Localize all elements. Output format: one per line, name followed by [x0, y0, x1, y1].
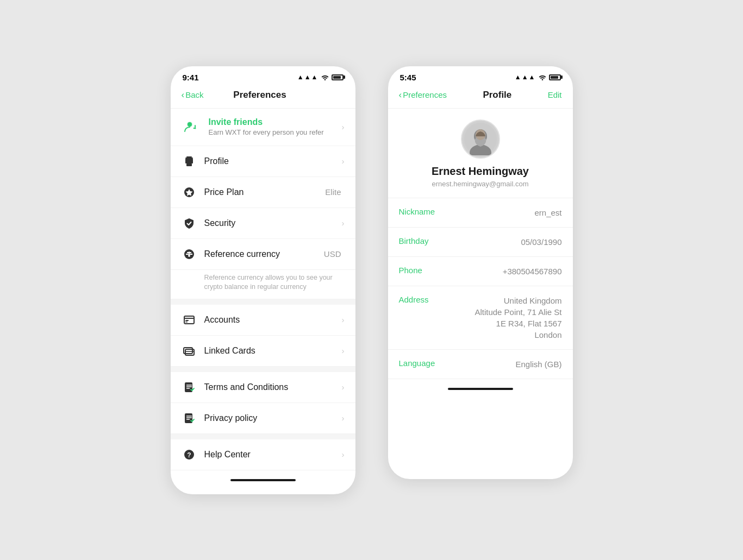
terms-label: Terms and Conditions — [204, 382, 342, 392]
section-gap-3 — [171, 434, 355, 439]
price-plan-label: Price Plan — [204, 187, 326, 197]
menu-item-price-plan[interactable]: Price Plan Elite — [171, 177, 355, 208]
security-label: Security — [204, 218, 342, 228]
svg-rect-10 — [186, 163, 192, 166]
linked-cards-chevron: › — [342, 346, 345, 355]
price-plan-value: Elite — [325, 187, 341, 197]
avatar-wrap — [388, 109, 573, 165]
wifi-icon-1 — [321, 74, 329, 80]
profile-page-title: Profile — [483, 90, 511, 100]
menu-item-profile[interactable]: Profile › — [171, 146, 355, 177]
profile-field-address: Address United Kingdom Altitude Point, 7… — [388, 286, 573, 350]
avatar — [461, 119, 500, 159]
status-icons-2: ▲▲▲ — [515, 73, 561, 81]
birthday-value: 05/03/1990 — [521, 236, 561, 248]
nav-bar-1: ‹ Back Preferences — [171, 85, 355, 109]
preferences-title: Preferences — [233, 90, 286, 100]
section-gap-1 — [171, 299, 355, 305]
time-2: 5:45 — [400, 73, 416, 82]
price-plan-icon — [182, 185, 197, 200]
back-label-2: Preferences — [403, 90, 447, 99]
back-chevron-1: ‹ — [182, 90, 185, 100]
invite-friends-item[interactable]: Invite friends Earn WXT for every person… — [171, 109, 355, 146]
time-1: 9:41 — [183, 73, 199, 82]
profile-full-name: Ernest Hemingway — [388, 165, 573, 178]
security-chevron: › — [342, 218, 345, 228]
security-icon — [182, 216, 197, 231]
svg-rect-18 — [184, 316, 194, 324]
home-indicator-2 — [448, 388, 513, 390]
menu-item-accounts[interactable]: Accounts › — [171, 305, 355, 336]
linked-cards-icon — [182, 343, 197, 358]
phone-label: Phone — [399, 266, 422, 275]
avatar-image — [464, 123, 497, 155]
invite-chevron: › — [342, 122, 345, 131]
menu-item-currency[interactable]: Reference currency USD — [171, 239, 355, 270]
section-gap-2 — [171, 367, 355, 372]
profile-name-section: Ernest Hemingway ernest.hemingway@gmail.… — [388, 165, 573, 198]
svg-rect-21 — [185, 322, 188, 323]
birthday-label: Birthday — [399, 236, 429, 246]
back-button-1[interactable]: ‹ Back — [182, 90, 204, 100]
nickname-label: Nickname — [399, 207, 435, 216]
profile-email: ernest.hemingway@gmail.com — [388, 180, 573, 188]
profile-field-nickname: Nickname ern_est — [388, 198, 573, 228]
currency-icon — [182, 247, 197, 262]
profile-field-language: Language English (GB) — [388, 350, 573, 379]
status-icons-1: ▲▲▲ — [297, 73, 344, 81]
language-value: English (GB) — [515, 358, 561, 370]
profile-field-phone: Phone +380504567890 — [388, 257, 573, 286]
privacy-icon — [182, 411, 197, 426]
help-icon: ? — [182, 447, 197, 462]
svg-rect-25 — [185, 382, 192, 392]
menu-item-privacy[interactable]: Privacy policy › — [171, 403, 355, 434]
edit-button[interactable]: Edit — [548, 90, 562, 99]
terms-chevron: › — [342, 382, 345, 392]
currency-label: Reference currency — [204, 249, 324, 259]
svg-rect-7 — [186, 156, 192, 158]
help-chevron: › — [342, 450, 345, 459]
language-label: Language — [399, 358, 435, 368]
menu-item-terms[interactable]: Terms and Conditions › — [171, 372, 355, 403]
help-label: Help Center — [204, 450, 342, 460]
invite-text-block: Invite friends Earn WXT for every person… — [209, 117, 342, 136]
privacy-label: Privacy policy — [204, 413, 342, 423]
invite-icon — [182, 117, 201, 137]
menu-item-help[interactable]: ? Help Center › — [171, 439, 355, 470]
linked-cards-label: Linked Cards — [204, 346, 342, 356]
status-bar-1: 9:41 ▲▲▲ — [171, 66, 355, 85]
profile-label: Profile — [204, 156, 342, 166]
invite-subtitle: Earn WXT for every person you refer — [209, 128, 342, 136]
status-bar-2: 5:45 ▲▲▲ — [388, 66, 573, 85]
svg-rect-9 — [185, 159, 193, 163]
phone-preferences: 9:41 ▲▲▲ ‹ Back Preferences — [171, 66, 355, 494]
svg-rect-20 — [185, 320, 189, 321]
svg-text:?: ? — [187, 451, 191, 459]
currency-note: Reference currency allows you to see you… — [171, 270, 355, 299]
home-indicator-1 — [230, 479, 296, 481]
signal-icon-1: ▲▲▲ — [297, 73, 319, 81]
terms-icon — [182, 380, 197, 395]
accounts-label: Accounts — [204, 315, 342, 325]
wifi-icon-2 — [538, 74, 547, 80]
back-button-2[interactable]: ‹ Preferences — [399, 90, 447, 100]
currency-value: USD — [324, 249, 341, 259]
signal-icon-2: ▲▲▲ — [515, 73, 536, 81]
profile-chevron: › — [342, 156, 345, 166]
nickname-value: ern_est — [534, 207, 561, 218]
menu-item-linked-cards[interactable]: Linked Cards › — [171, 336, 355, 367]
profile-field-birthday: Birthday 05/03/1990 — [388, 228, 573, 257]
accounts-chevron: › — [342, 315, 345, 324]
battery-icon-2 — [549, 74, 561, 80]
address-label: Address — [399, 295, 429, 304]
back-label-1: Back — [185, 90, 203, 99]
svg-point-3 — [188, 122, 192, 127]
profile-icon — [182, 154, 197, 169]
phone-value: +380504567890 — [503, 266, 562, 277]
accounts-icon — [182, 312, 197, 328]
menu-item-security[interactable]: Security › — [171, 208, 355, 239]
privacy-chevron: › — [342, 413, 345, 423]
nav-bar-2: ‹ Preferences Profile Edit — [388, 85, 573, 109]
svg-rect-29 — [185, 413, 192, 423]
address-value: United Kingdom Altitude Point, 71 Alie S… — [474, 295, 561, 341]
